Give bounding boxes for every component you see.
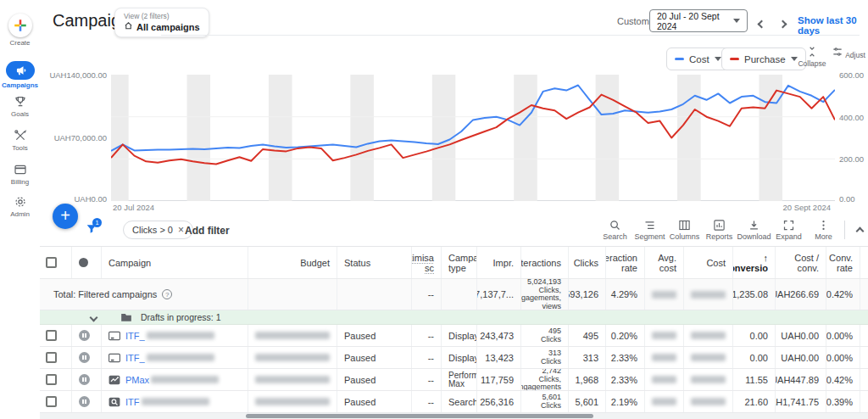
table-toolbar: Search Segment Columns Reports Download … [598,219,868,241]
row-checkbox[interactable] [46,330,57,341]
column-header-optimisation[interactable]: Optimisa sc [412,247,442,278]
view-value: All campaigns [136,22,200,32]
column-header-budget[interactable]: Budget [248,247,337,278]
custom-range-label: Custom [617,16,649,26]
metric-selector-cost[interactable]: Cost [666,47,730,70]
create-plus-icon[interactable] [8,14,32,37]
campaign-name-link[interactable]: PMax [125,375,149,385]
row-checkbox[interactable] [46,374,57,385]
column-header-type[interactable]: Campa type [442,247,477,278]
column-header-interactions[interactable]: Interactions [521,247,569,278]
campaign-row[interactable]: ITF_Paused--Display13,423313 Clicks3132.… [40,347,868,369]
show-last-30-days-link[interactable]: Show last 30 days [798,15,868,36]
add-filter-button[interactable]: Add filter [185,225,230,237]
remove-filter-icon[interactable]: × [178,224,184,236]
column-header-conversions[interactable]: ↑ Conversio [733,247,776,278]
right-axis-tick-200: 200.00 [839,154,864,164]
status-filter-dot[interactable] [79,258,88,267]
cell-status: Paused [337,369,412,390]
total-impr: 117,137,7... [477,279,521,310]
adjust-chart-button[interactable]: Adjust [831,46,866,59]
column-header-campaign[interactable]: Campaign [102,247,248,278]
redacted-value [652,376,676,383]
prev-period-button[interactable] [759,15,765,31]
sidebar-item-admin[interactable]: Admin [0,195,40,218]
campaign-row[interactable]: PMaxPaused--Performa Max117,7592,742 Cli… [40,369,868,391]
metric-selector-purchase[interactable]: Purchase [721,47,806,70]
filter-funnel-icon[interactable]: 1 [85,222,98,239]
campaign-name-link[interactable]: ITF [125,397,140,407]
expand-button[interactable]: Expand [771,219,806,241]
sidebar-item-billing[interactable]: Billing [0,163,40,186]
next-period-button[interactable] [780,15,786,31]
column-header-view_through[interactable]: Vi thro c [860,247,868,278]
column-header-conv_rate[interactable]: Conv. rate [826,247,860,278]
horizontal-scrollbar[interactable] [40,413,868,419]
collapse-icon [806,46,818,58]
cell-optimisation: -- [412,369,442,390]
column-header-interaction_rate[interactable]: Interaction rate [606,247,645,278]
horizontal-scrollbar-thumb[interactable] [246,414,593,418]
gear-icon [0,195,40,209]
reports-icon [713,219,726,232]
campaign-name-link[interactable]: ITF_ [125,331,145,341]
cell-optimisation: -- [412,325,442,346]
column-header-status[interactable]: Status [337,247,412,278]
more-button[interactable]: More [806,219,841,241]
weekend-band [596,75,620,201]
column-header-clicks[interactable]: Clicks [569,247,606,278]
sidebar-item-create[interactable]: Create [0,14,40,47]
cell-view_through [860,347,868,368]
column-header-cost_per_conv[interactable]: Cost / conv. [776,247,826,278]
download-button[interactable]: Download [737,219,771,241]
series-line-cost [111,86,835,151]
redacted-value [652,291,676,299]
paused-status-icon[interactable] [79,374,90,385]
adjust-sliders-icon [832,46,843,58]
drafts-group-row[interactable]: Drafts in progress: 1 [40,310,868,325]
redacted-value [255,354,330,361]
view-selector[interactable]: View (2 filters) All campaigns [114,8,209,37]
cell-budget [248,347,337,368]
sidebar-item-tools[interactable]: Tools [0,129,40,152]
cell-conv_rate: 0.00% [826,347,860,368]
select-all-checkbox[interactable] [46,257,57,268]
cell-budget [248,391,337,412]
cell-optimisation: -- [412,347,442,368]
collapse-table-chart-button[interactable] [850,221,868,239]
time-series-chart[interactable] [111,75,835,201]
filter-chip-clicks[interactable]: Clicks > 0 × [123,221,193,239]
column-header-impr[interactable]: Impr. [477,247,521,278]
row-checkbox[interactable] [46,352,57,363]
help-icon[interactable]: ? [162,289,172,299]
collapse-chart-button[interactable]: Collapse [794,46,830,68]
right-axis-tick-0: 0.00 [839,194,855,204]
sidebar-item-campaigns[interactable]: Campaigns [0,61,40,89]
collapse-group-icon[interactable] [90,313,98,321]
row-checkbox[interactable] [46,396,57,407]
sidebar-label-campaigns: Campaigns [0,81,40,89]
paused-status-icon[interactable] [79,352,90,363]
add-campaign-fab[interactable]: + [53,204,78,229]
columns-button[interactable]: Columns [667,219,702,241]
column-header-cost[interactable]: Cost [684,247,733,278]
search-button[interactable]: Search [598,219,632,241]
collapse-label: Collapse [798,59,826,68]
megaphone-icon[interactable] [6,61,35,80]
total-row-label: Total: Filtered campaigns [53,289,157,299]
total-interactions: 5,024,193 Clicks, engagements, views [521,279,569,310]
column-header-avg_cost[interactable]: Avg. cost [645,247,684,278]
weekend-band [677,75,701,201]
campaign-row[interactable]: ITF_Paused--Display243,473495 Clicks4950… [40,325,868,347]
segment-button[interactable]: Segment [632,219,667,241]
paused-status-icon[interactable] [79,396,90,407]
campaign-row[interactable]: ITFPaused--Search256,3165,601 Clicks5,60… [40,391,868,413]
sidebar-item-goals[interactable]: Goals [0,95,40,118]
reports-button[interactable]: Reports [702,219,737,241]
campaign-name-link[interactable]: ITF_ [125,353,145,363]
date-range-dropdown[interactable]: 20 Jul - 20 Sept 2024 [649,9,748,32]
total-type [442,279,477,310]
cell-view_through [860,325,868,346]
paused-status-icon[interactable] [79,330,90,341]
weekend-band [514,75,537,201]
